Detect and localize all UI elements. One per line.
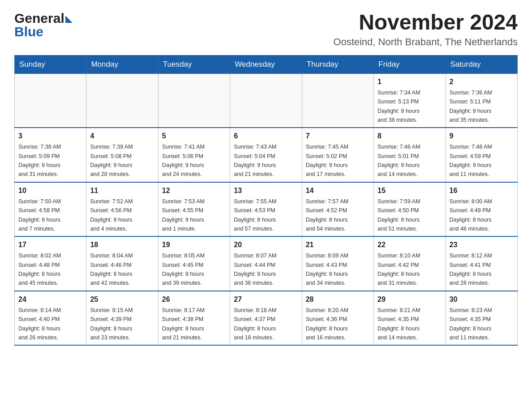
day-number: 16 [450,185,514,196]
day-number: 21 [306,240,370,250]
week-row-4: 17Sunrise: 8:02 AM Sunset: 4:48 PM Dayli… [15,236,518,291]
calendar-cell: 6Sunrise: 7:43 AM Sunset: 5:04 PM Daylig… [230,128,302,182]
day-info: Sunrise: 7:53 AM Sunset: 4:55 PM Dayligh… [162,198,205,232]
day-info: Sunrise: 8:14 AM Sunset: 4:40 PM Dayligh… [18,307,61,341]
day-header-wednesday: Wednesday [230,55,302,73]
day-number: 13 [234,185,298,196]
day-info: Sunrise: 8:17 AM Sunset: 4:38 PM Dayligh… [162,307,205,341]
calendar-cell: 4Sunrise: 7:39 AM Sunset: 5:08 PM Daylig… [86,128,158,182]
calendar-cell: 15Sunrise: 7:59 AM Sunset: 4:50 PM Dayli… [374,182,446,237]
day-number: 30 [450,294,514,305]
day-info: Sunrise: 7:43 AM Sunset: 5:04 PM Dayligh… [234,144,276,177]
week-row-5: 24Sunrise: 8:14 AM Sunset: 4:40 PM Dayli… [15,291,518,346]
calendar-cell: 11Sunrise: 7:52 AM Sunset: 4:56 PM Dayli… [86,182,158,237]
day-number: 20 [234,240,298,250]
calendar-cell: 7Sunrise: 7:45 AM Sunset: 5:02 PM Daylig… [302,128,373,182]
logo-blue: Blue [14,24,43,39]
calendar-cell: 27Sunrise: 8:18 AM Sunset: 4:37 PM Dayli… [230,291,302,346]
calendar-cell: 3Sunrise: 7:38 AM Sunset: 5:09 PM Daylig… [15,128,86,182]
logo: General Blue [14,11,73,39]
location-subtitle: Oosteind, North Brabant, The Netherlands [333,36,518,48]
day-info: Sunrise: 7:34 AM Sunset: 5:13 PM Dayligh… [378,90,420,123]
calendar-cell: 2Sunrise: 7:36 AM Sunset: 5:11 PM Daylig… [446,73,517,128]
day-info: Sunrise: 8:04 AM Sunset: 4:46 PM Dayligh… [90,253,133,286]
day-number: 4 [90,131,154,141]
calendar-cell: 14Sunrise: 7:57 AM Sunset: 4:52 PM Dayli… [302,182,373,237]
calendar-cell: 25Sunrise: 8:15 AM Sunset: 4:39 PM Dayli… [86,291,158,346]
day-number: 15 [378,185,442,196]
calendar-cell: 1Sunrise: 7:34 AM Sunset: 5:13 PM Daylig… [374,73,446,128]
month-year-title: November 2024 [333,11,518,34]
calendar-body: 1Sunrise: 7:34 AM Sunset: 5:13 PM Daylig… [15,73,518,345]
calendar-cell: 9Sunrise: 7:48 AM Sunset: 4:59 PM Daylig… [446,128,517,182]
calendar-cell: 29Sunrise: 8:21 AM Sunset: 4:35 PM Dayli… [374,291,446,346]
day-info: Sunrise: 7:41 AM Sunset: 5:06 PM Dayligh… [162,144,205,177]
day-number: 11 [90,185,154,196]
day-number: 9 [450,131,514,141]
day-number: 17 [18,240,82,250]
calendar-cell [86,73,158,128]
day-info: Sunrise: 8:20 AM Sunset: 4:36 PM Dayligh… [306,307,348,341]
day-number: 3 [18,131,82,141]
day-info: Sunrise: 8:15 AM Sunset: 4:39 PM Dayligh… [90,307,133,341]
day-info: Sunrise: 8:05 AM Sunset: 4:45 PM Dayligh… [162,253,205,286]
day-info: Sunrise: 7:45 AM Sunset: 5:02 PM Dayligh… [306,144,348,177]
logo-general: General [14,11,64,26]
day-info: Sunrise: 8:18 AM Sunset: 4:37 PM Dayligh… [234,307,276,341]
days-of-week-row: SundayMondayTuesdayWednesdayThursdayFrid… [15,55,518,73]
calendar-cell: 28Sunrise: 8:20 AM Sunset: 4:36 PM Dayli… [302,291,373,346]
day-header-thursday: Thursday [302,55,373,73]
calendar-header: SundayMondayTuesdayWednesdayThursdayFrid… [15,55,518,73]
day-info: Sunrise: 7:38 AM Sunset: 5:09 PM Dayligh… [18,144,61,177]
day-info: Sunrise: 8:09 AM Sunset: 4:43 PM Dayligh… [306,253,348,286]
day-number: 26 [162,294,226,305]
day-number: 5 [162,131,226,141]
day-header-monday: Monday [86,55,158,73]
day-number: 6 [234,131,298,141]
calendar-cell: 8Sunrise: 7:46 AM Sunset: 5:01 PM Daylig… [374,128,446,182]
calendar-cell: 18Sunrise: 8:04 AM Sunset: 4:46 PM Dayli… [86,236,158,291]
day-info: Sunrise: 7:46 AM Sunset: 5:01 PM Dayligh… [378,144,420,177]
day-info: Sunrise: 7:39 AM Sunset: 5:08 PM Dayligh… [90,144,133,177]
day-number: 1 [378,77,442,87]
day-number: 2 [450,77,514,87]
day-number: 8 [378,131,442,141]
day-number: 18 [90,240,154,250]
calendar-cell: 30Sunrise: 8:23 AM Sunset: 4:35 PM Dayli… [446,291,517,346]
day-number: 14 [306,185,370,196]
header: General Blue November 2024 Oosteind, Nor… [14,11,518,48]
week-row-1: 1Sunrise: 7:34 AM Sunset: 5:13 PM Daylig… [15,73,518,128]
calendar-cell: 12Sunrise: 7:53 AM Sunset: 4:55 PM Dayli… [158,182,230,237]
day-number: 10 [18,185,82,196]
week-row-3: 10Sunrise: 7:50 AM Sunset: 4:58 PM Dayli… [15,182,518,237]
calendar-cell: 26Sunrise: 8:17 AM Sunset: 4:38 PM Dayli… [158,291,230,346]
day-number: 23 [450,240,514,250]
day-info: Sunrise: 7:36 AM Sunset: 5:11 PM Dayligh… [450,90,492,123]
day-number: 24 [18,294,82,305]
week-row-2: 3Sunrise: 7:38 AM Sunset: 5:09 PM Daylig… [15,128,518,182]
calendar-cell: 13Sunrise: 7:55 AM Sunset: 4:53 PM Dayli… [230,182,302,237]
calendar-cell: 16Sunrise: 8:00 AM Sunset: 4:49 PM Dayli… [446,182,517,237]
day-number: 12 [162,185,226,196]
calendar-cell: 24Sunrise: 8:14 AM Sunset: 4:40 PM Dayli… [15,291,86,346]
day-number: 19 [162,240,226,250]
day-number: 28 [306,294,370,305]
calendar-cell: 20Sunrise: 8:07 AM Sunset: 4:44 PM Dayli… [230,236,302,291]
day-info: Sunrise: 7:52 AM Sunset: 4:56 PM Dayligh… [90,198,133,232]
calendar-cell: 19Sunrise: 8:05 AM Sunset: 4:45 PM Dayli… [158,236,230,291]
day-number: 7 [306,131,370,141]
day-info: Sunrise: 7:59 AM Sunset: 4:50 PM Dayligh… [378,198,420,232]
day-info: Sunrise: 8:12 AM Sunset: 4:41 PM Dayligh… [450,253,492,286]
calendar-table: SundayMondayTuesdayWednesdayThursdayFrid… [14,55,518,346]
day-info: Sunrise: 7:50 AM Sunset: 4:58 PM Dayligh… [18,198,61,232]
day-info: Sunrise: 8:10 AM Sunset: 4:42 PM Dayligh… [378,253,420,286]
day-number: 25 [90,294,154,305]
logo-arrow-icon [65,16,73,23]
day-info: Sunrise: 8:07 AM Sunset: 4:44 PM Dayligh… [234,253,276,286]
day-info: Sunrise: 8:02 AM Sunset: 4:48 PM Dayligh… [18,253,61,286]
calendar-cell [158,73,230,128]
day-number: 27 [234,294,298,305]
day-number: 29 [378,294,442,305]
calendar-cell: 23Sunrise: 8:12 AM Sunset: 4:41 PM Dayli… [446,236,517,291]
day-header-friday: Friday [374,55,446,73]
